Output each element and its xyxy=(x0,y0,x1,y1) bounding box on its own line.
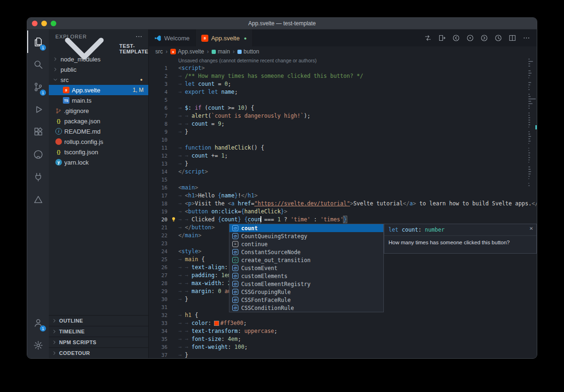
tabs: WelcomesApp.svelte● xyxy=(149,30,253,46)
close-window-button[interactable] xyxy=(32,21,38,26)
activity-github[interactable] xyxy=(27,143,49,166)
panel-label: OUTLINE xyxy=(59,318,83,324)
line-number: 24 xyxy=(149,248,172,256)
modified-dot: ● xyxy=(140,77,148,82)
tree-item-src[interactable]: src● xyxy=(49,75,148,85)
chevron-right-icon xyxy=(53,67,58,72)
code-line: 36→→font-weight: 100; xyxy=(149,343,537,351)
suggestion-label: customElements xyxy=(241,273,288,279)
breadcrumb-item-app-svelte[interactable]: sApp.svelte xyxy=(170,48,204,55)
code-editor[interactable]: Unsaved changes (cannot determine recent… xyxy=(149,57,537,358)
activity-extensions[interactable] xyxy=(27,121,49,143)
suggestion-continue[interactable]: ≡continue xyxy=(229,240,383,248)
suggestion-customelementregistry[interactable]: @CustomElementRegistry xyxy=(229,280,383,288)
lightbulb-icon[interactable] xyxy=(170,216,177,223)
close-icon[interactable]: × xyxy=(529,225,533,232)
activity-settings[interactable] xyxy=(27,334,49,356)
code-line: 32→h1 { xyxy=(149,311,537,319)
line-number: 37 xyxy=(149,351,172,358)
activity-source-control[interactable]: 1 xyxy=(27,75,49,98)
activity-explorer[interactable]: 1 xyxy=(27,30,49,53)
activity-accounts[interactable]: 1 xyxy=(27,311,49,334)
git-icon xyxy=(55,108,61,114)
gutter xyxy=(172,120,178,128)
tree-item-readme-md[interactable]: iREADME.md xyxy=(49,126,148,136)
split-editor-icon[interactable] xyxy=(509,34,516,42)
open-changes-icon[interactable] xyxy=(438,34,446,42)
suggestion-create-out-transition[interactable]: ◇create_out_transition xyxy=(229,256,383,264)
breadcrumb-item-src[interactable]: src xyxy=(155,48,163,55)
project-section-header[interactable]: TEST-TEMPLATE xyxy=(49,44,148,54)
panel-npm-scripts[interactable]: NPM SCRIPTS xyxy=(49,337,148,347)
line-number: 8 xyxy=(149,120,172,128)
symbol-keyword-icon: ≡ xyxy=(232,241,238,247)
tree-item-label: README.md xyxy=(64,128,100,135)
suggestion-cssfontfacerule[interactable]: @CSSFontFaceRule xyxy=(229,296,383,304)
gutter xyxy=(172,240,178,248)
activity-run-and-debug[interactable] xyxy=(27,98,49,121)
tab-app-svelte[interactable]: sApp.svelte● xyxy=(196,30,253,46)
panel-codetour[interactable]: CODETOUR xyxy=(49,347,148,358)
line-number: 27 xyxy=(149,271,172,279)
line-number: 10 xyxy=(149,136,172,144)
code-text: →function handleClick() { xyxy=(178,144,537,152)
suggestion-countqueuingstrategy[interactable]: @CountQueuingStrategy xyxy=(229,232,383,240)
tree-item-tsconfig-json[interactable]: {}tsconfig.json xyxy=(49,147,148,157)
line-number: 22 xyxy=(149,232,172,240)
suggestion-customevent[interactable]: @CustomEvent xyxy=(229,264,383,272)
line-number: 3 xyxy=(149,80,172,88)
suggestion-constantsourcenode[interactable]: @ConstantSourceNode xyxy=(229,248,383,256)
tree-item-yarn-lock[interactable]: yyarn.lock xyxy=(49,157,148,167)
tree-item-rollup-config-js[interactable]: rollup.config.js xyxy=(49,136,148,147)
tree-item-public[interactable]: public xyxy=(49,64,148,75)
symbol-module-icon: ◇ xyxy=(232,257,238,263)
activity-remote-explorer[interactable] xyxy=(27,166,49,188)
activity-search[interactable] xyxy=(27,53,49,75)
activity-azure[interactable] xyxy=(27,188,49,211)
panel-timeline[interactable]: TIMELINE xyxy=(49,326,148,337)
more-actions-icon[interactable] xyxy=(135,33,143,40)
code-text: →$: if (count >= 10) { xyxy=(178,104,537,112)
prev-change-icon[interactable] xyxy=(452,34,460,42)
breadcrumb-item-main[interactable]: main xyxy=(212,48,230,55)
panel-label: CODETOUR xyxy=(59,350,90,356)
line-number: 1 xyxy=(149,64,172,72)
line-number: 33 xyxy=(149,319,172,327)
tree-item-gitignore[interactable]: .gitignore xyxy=(49,106,148,116)
tree-item-node-modules[interactable]: node_modules xyxy=(49,54,148,64)
blame-icon[interactable] xyxy=(466,34,474,42)
tree-item-main-ts[interactable]: TSmain.ts xyxy=(49,95,148,106)
symbol-class-icon: @ xyxy=(232,249,238,255)
code-text: <main> xyxy=(178,184,537,192)
breadcrumb-label: main xyxy=(218,48,230,55)
more-icon[interactable] xyxy=(523,34,530,42)
chevron-down-icon xyxy=(53,77,58,83)
history-icon[interactable] xyxy=(495,34,502,42)
minimize-window-button[interactable] xyxy=(41,21,47,26)
code-text: →let count = 0; xyxy=(178,80,537,88)
code-line: 35→→font-size: 4em; xyxy=(149,335,537,343)
github-icon xyxy=(33,150,43,159)
compare-icon[interactable] xyxy=(424,34,432,42)
panel-outline[interactable]: OUTLINE xyxy=(49,315,148,326)
gutter xyxy=(172,168,178,176)
suggestion-cssconditionrule[interactable]: @CSSConditionRule xyxy=(229,304,383,312)
tree-item-label: App.svelte xyxy=(72,87,100,94)
gutter xyxy=(172,160,178,168)
breadcrumb-item-button[interactable]: button xyxy=(237,48,259,55)
suggestion-cssgroupingrule[interactable]: @CSSGroupingRule xyxy=(229,288,383,296)
line-number: 5 xyxy=(149,96,172,104)
tree-item-package-json[interactable]: {}package.json xyxy=(49,116,148,126)
tree-item-app-svelte[interactable]: sApp.svelte1, M xyxy=(49,85,148,95)
chevron-right-icon xyxy=(52,329,57,334)
suggestion-customelements[interactable]: @customElements xyxy=(229,272,383,280)
tab-welcome[interactable]: Welcome xyxy=(149,30,196,46)
suggestion-label: CountQueuingStrategy xyxy=(241,233,307,240)
suggestion-count[interactable]: @count xyxy=(229,224,383,232)
next-change-icon[interactable] xyxy=(480,34,488,42)
chevron-right-icon xyxy=(52,350,57,356)
suggestion-label: count xyxy=(241,225,258,232)
zoom-window-button[interactable] xyxy=(51,21,56,26)
gutter xyxy=(172,343,178,351)
minimap[interactable] xyxy=(528,59,536,188)
